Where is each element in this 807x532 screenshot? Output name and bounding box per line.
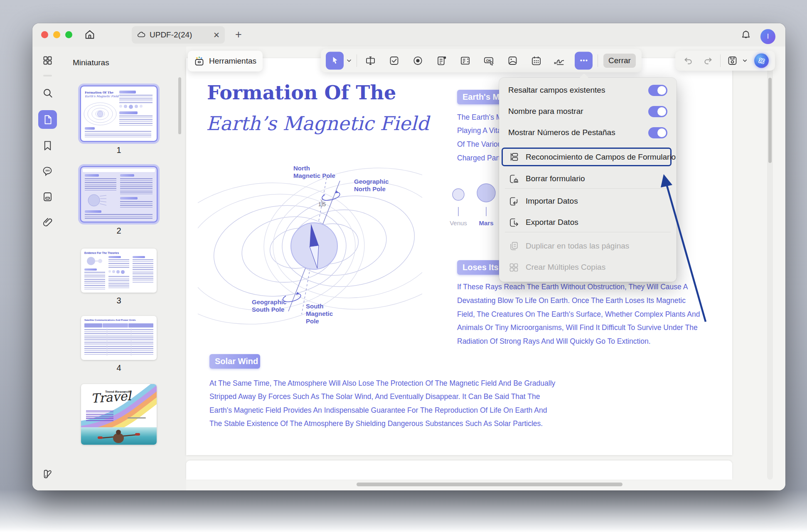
ellipsis-icon bbox=[578, 55, 589, 66]
doc-text-line: Field, The Creatures On The Earth's Surf… bbox=[457, 310, 700, 319]
thumbnail-page-3[interactable]: Evidence For The Theories bbox=[81, 249, 157, 293]
duplicate-all-pages-icon bbox=[508, 241, 519, 252]
page-tools-icon[interactable] bbox=[42, 191, 53, 202]
page-number: 1 bbox=[81, 145, 157, 155]
undo-icon[interactable] bbox=[683, 55, 694, 66]
thumbnails-scrollbar[interactable] bbox=[178, 77, 181, 134]
new-tab-button[interactable]: + bbox=[235, 28, 242, 41]
doc-text-line: Animals Or Tiny Microorganisms, Will Fin… bbox=[457, 323, 698, 332]
tab-close-icon[interactable]: ✕ bbox=[213, 30, 220, 40]
account-avatar[interactable]: I bbox=[760, 29, 775, 44]
doc-title-line1: Formation Of The bbox=[207, 81, 396, 104]
cover-photo bbox=[81, 427, 157, 445]
color-swatches-icon[interactable] bbox=[42, 468, 53, 480]
clear-form-icon bbox=[508, 173, 519, 185]
text-field-tool-icon[interactable] bbox=[365, 55, 376, 66]
doc-text-line: If These Rays Reach The Earth Without Ob… bbox=[457, 283, 688, 291]
create-multiple-copies-icon bbox=[508, 262, 519, 273]
more-options-button[interactable] bbox=[575, 52, 593, 69]
menu-item-form-field-recognition[interactable]: Reconocimiento de Campos de Formulario bbox=[502, 148, 672, 166]
left-icon-rail bbox=[32, 47, 63, 490]
tools-label: Herramientas bbox=[209, 57, 256, 66]
checkbox-tool-icon[interactable] bbox=[389, 55, 400, 66]
chevron-down-icon[interactable] bbox=[346, 57, 352, 64]
tab-title: UPDF-2(24) bbox=[150, 30, 209, 39]
vertical-scrollbar[interactable] bbox=[768, 78, 772, 163]
thumbnail-page-5[interactable]: Trend Research Travel bbox=[81, 384, 157, 445]
page-number: 2 bbox=[81, 226, 157, 236]
doc-text-line: Stripped Away By Forces Such As The Sola… bbox=[209, 392, 540, 401]
label-geographic-north-pole: GeographicNorth Pole bbox=[354, 178, 389, 193]
minimize-window-button[interactable] bbox=[53, 31, 60, 38]
label-geographic-south-pole: GeographicSouth Pole bbox=[252, 298, 286, 313]
planet-label-mars: Mars bbox=[479, 219, 493, 227]
combo-box-tool-icon[interactable] bbox=[460, 55, 471, 66]
tools-menu-button[interactable]: Herramientas bbox=[188, 51, 263, 71]
page-number: 4 bbox=[81, 363, 157, 373]
doc-text-line: Earth's Magnetic Field Provides An Indis… bbox=[209, 406, 547, 415]
search-icon[interactable] bbox=[42, 87, 53, 99]
doc-text-line: At The Same Time, The Atmosphere Will Al… bbox=[209, 379, 555, 388]
toggle-display-name[interactable] bbox=[648, 106, 667, 117]
cursor-arrow-icon bbox=[330, 56, 340, 66]
toolbox-icon bbox=[194, 56, 205, 67]
form-toolbar: OK Cerrar bbox=[321, 49, 642, 72]
bookmark-icon[interactable] bbox=[42, 140, 53, 151]
menu-toggle-row: Mostrar Números de Pestañas bbox=[499, 123, 677, 142]
menu-toggle-row: Nombre para mostrar bbox=[499, 102, 677, 121]
doc-text-line: Devastating Blow To Life On Earth. Once … bbox=[457, 296, 686, 305]
mini-diagram bbox=[84, 100, 117, 126]
document-tab[interactable]: UPDF-2(24) ✕ bbox=[132, 26, 225, 44]
menu-item-duplicate-all-pages: Duplicar en todas las páginas bbox=[499, 237, 677, 255]
ai-assistant-button[interactable] bbox=[754, 54, 769, 68]
thumbnail-page-4[interactable]: Satellite Communications And Power Grids bbox=[81, 316, 157, 360]
menu-item-create-multiple-copies: Crear Múltiples Copias bbox=[499, 258, 677, 276]
menu-separator bbox=[505, 188, 671, 189]
doc-title-line2: Earth’s Magnetic Field bbox=[206, 112, 429, 135]
thumbnail-page-2[interactable] bbox=[81, 167, 157, 222]
list-box-tool-icon[interactable] bbox=[436, 55, 447, 66]
doc-text-line: Of The Various bbox=[457, 140, 505, 149]
zoom-window-button[interactable] bbox=[65, 31, 72, 38]
app-window: UPDF-2(24) ✕ + I bbox=[32, 23, 785, 490]
rail-divider bbox=[43, 75, 52, 76]
menu-item-clear-form[interactable]: Borrar formulario bbox=[499, 170, 677, 188]
import-data-icon bbox=[508, 196, 519, 207]
axis-tilt-value: 1.5 bbox=[318, 201, 326, 207]
doc-text-line: Charged Partic bbox=[457, 154, 506, 163]
ai-orb-icon bbox=[757, 56, 767, 66]
menu-item-import-data[interactable]: Importar Datos bbox=[499, 192, 677, 210]
sidebar-item-thumbnails[interactable] bbox=[38, 110, 57, 129]
ok-button-tool-icon[interactable]: OK bbox=[483, 55, 495, 66]
cloud-icon bbox=[137, 30, 146, 39]
comments-icon[interactable] bbox=[42, 165, 53, 177]
page-thumbnails-icon bbox=[42, 114, 53, 125]
form-field-recognition-icon bbox=[508, 151, 519, 163]
close-window-button[interactable] bbox=[41, 31, 48, 38]
redo-icon[interactable] bbox=[703, 55, 714, 66]
signature-field-tool-icon[interactable] bbox=[553, 54, 565, 67]
apps-grid-icon[interactable] bbox=[42, 55, 53, 66]
date-field-tool-icon[interactable] bbox=[531, 55, 542, 66]
notifications-bell-icon[interactable] bbox=[741, 30, 751, 40]
toggle-highlight-fields[interactable] bbox=[648, 85, 667, 96]
menu-item-export-data[interactable]: Exportar Datos bbox=[499, 213, 677, 232]
horizontal-scrollbar[interactable] bbox=[357, 483, 622, 486]
image-field-tool-icon[interactable] bbox=[507, 55, 518, 66]
doc-text-line: Radiation Of Strong Rays And Will Quickl… bbox=[457, 337, 651, 346]
label-south-magnetic-pole: SouthMagneticPole bbox=[306, 303, 333, 325]
thumbnails-panel-title: Miniaturas bbox=[73, 58, 109, 67]
close-form-mode-button[interactable]: Cerrar bbox=[603, 54, 636, 68]
thumbnail-page-1[interactable]: Formation Of The Earth's Magnetic Field bbox=[81, 86, 157, 141]
save-chevron-icon[interactable] bbox=[742, 58, 748, 64]
page-number: 3 bbox=[81, 296, 157, 305]
radio-button-tool-icon[interactable] bbox=[412, 55, 423, 66]
attachment-icon[interactable] bbox=[42, 217, 53, 228]
menu-separator bbox=[505, 232, 671, 232]
save-icon[interactable] bbox=[727, 55, 738, 66]
select-pointer-tool[interactable] bbox=[326, 52, 344, 69]
quick-actions-toolbar bbox=[675, 51, 775, 71]
home-icon[interactable] bbox=[84, 29, 96, 40]
toggle-show-tab-numbers[interactable] bbox=[648, 127, 667, 138]
planet-label-venus: Venus bbox=[450, 219, 467, 227]
